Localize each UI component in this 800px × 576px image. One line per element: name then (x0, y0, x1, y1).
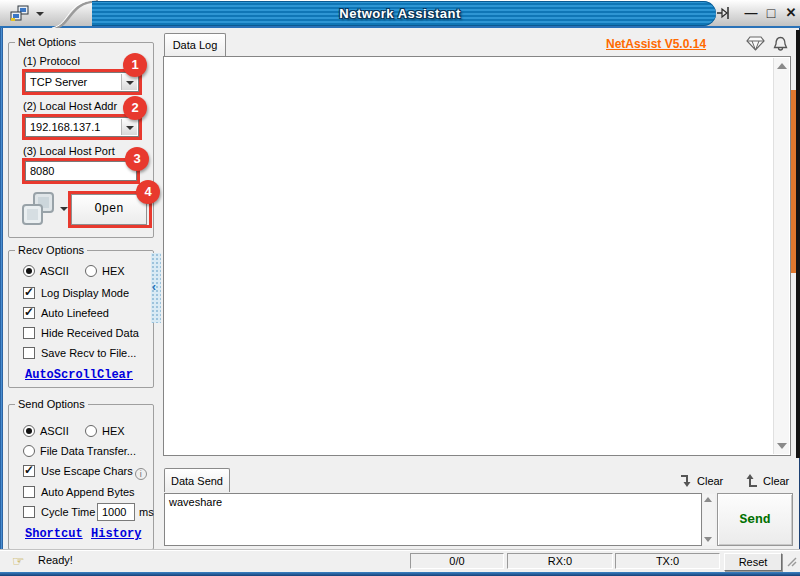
tab-data-send[interactable]: Data Send (164, 468, 230, 492)
status-rx: RX:0 (507, 553, 613, 569)
shortcut-link[interactable]: Shortcut (25, 527, 83, 541)
clear-recv-label: Clear (697, 475, 723, 487)
minimize-button[interactable]: — (742, 4, 760, 22)
local-host-port-input[interactable]: 8080 (25, 161, 137, 181)
clear-send-label: Clear (763, 475, 789, 487)
scroll-down-icon[interactable] (777, 443, 787, 449)
send-button[interactable]: Send (717, 493, 793, 546)
hide-received-data-checkbox[interactable] (23, 327, 35, 339)
protocol-value: TCP Server (30, 76, 87, 88)
window-bottom-border (0, 572, 800, 576)
recv-hex-radio[interactable] (85, 265, 97, 277)
scroll-up-icon[interactable] (777, 63, 787, 69)
history-link[interactable]: History (91, 527, 141, 541)
status-ready: Ready! (38, 554, 73, 566)
statusbar: ☞ Ready! 0/0 RX:0 TX:0 Reset (0, 549, 800, 572)
close-button[interactable]: ✕ (782, 4, 800, 22)
collapse-chevron-icon[interactable]: ‹ (152, 280, 156, 294)
version-link[interactable]: NetAssist V5.0.14 (606, 37, 706, 51)
clear-send-button[interactable]: Clear (744, 470, 789, 491)
local-host-addr-select[interactable]: 192.168.137.1 (25, 117, 139, 137)
hide-received-data-label: Hide Received Data (41, 327, 139, 339)
scroll-up-icon[interactable] (704, 497, 712, 502)
connect-toggle-icon[interactable] (19, 191, 57, 229)
resize-grip[interactable] (784, 554, 798, 570)
status-tx: TX:0 (615, 553, 720, 569)
file-data-transfer-radio[interactable] (23, 445, 35, 457)
recv-ascii-label: ASCII (40, 265, 69, 277)
cycle-time-input[interactable]: 1000 (97, 503, 135, 521)
send-options-group: Send Options ASCII HEX File Data Transfe… (8, 404, 154, 550)
diamond-icon[interactable] (746, 36, 765, 53)
clear-down-arrow-icon (678, 473, 693, 488)
file-data-transfer-label: File Data Transfer... (40, 445, 136, 457)
recv-hex-label: HEX (102, 265, 125, 277)
reset-button[interactable]: Reset (724, 553, 782, 571)
use-escape-chars-label: Use Escape Charsi (41, 465, 147, 480)
window-right-edge (796, 30, 800, 458)
maximize-button[interactable]: □ (762, 4, 780, 22)
clear-recv-button[interactable]: Clear (678, 470, 723, 491)
use-escape-chars-checkbox[interactable] (23, 465, 35, 477)
send-ascii-label: ASCII (40, 425, 69, 437)
autoscroll-link[interactable]: AutoScroll (25, 368, 97, 382)
auto-append-bytes-label: Auto Append Bytes (41, 486, 135, 498)
status-counter: 0/0 (410, 553, 504, 569)
chevron-down-icon[interactable] (121, 74, 137, 90)
auto-linefeed-checkbox[interactable] (23, 307, 35, 319)
ready-hand-icon: ☞ (12, 553, 25, 569)
tab-data-log[interactable]: Data Log (164, 33, 226, 56)
recv-options-title: Recv Options (15, 244, 87, 256)
chevron-down-icon[interactable] (121, 119, 137, 135)
save-recv-to-file-checkbox[interactable] (23, 347, 35, 359)
bell-icon[interactable] (772, 36, 789, 54)
pin-icon[interactable] (716, 5, 733, 23)
send-hex-radio[interactable] (85, 425, 97, 437)
local-host-addr-value: 192.168.137.1 (30, 121, 100, 133)
send-ascii-radio[interactable] (23, 425, 35, 437)
protocol-select[interactable]: TCP Server (25, 72, 139, 92)
log-display-mode-checkbox[interactable] (23, 287, 35, 299)
network-assistant-window: Network Assistant — □ ✕ Net Options (1) … (0, 0, 800, 576)
local-host-addr-label: (2) Local Host Addr (23, 100, 117, 112)
window-left-border (0, 28, 3, 576)
recv-options-group: Recv Options ASCII HEX Log Display Mode … (8, 250, 154, 388)
window-title: Network Assistant (0, 6, 800, 21)
auto-linefeed-label: Auto Linefeed (41, 307, 109, 319)
data-send-input[interactable]: waveshare (164, 493, 702, 546)
save-recv-to-file-label: Save Recv to File... (41, 347, 136, 359)
send-hex-label: HEX (102, 425, 125, 437)
scroll-down-icon[interactable] (704, 537, 712, 542)
recv-clear-link[interactable]: Clear (97, 368, 133, 382)
frame-scrollbar-thumb[interactable] (791, 90, 796, 273)
info-icon[interactable]: i (135, 468, 147, 480)
titlebar: Network Assistant — □ ✕ (0, 0, 800, 28)
local-host-port-label: (3) Local Host Port (23, 145, 115, 157)
net-options-title: Net Options (15, 36, 79, 48)
clear-up-arrow-icon (744, 473, 759, 488)
log-scrollbar[interactable] (773, 58, 789, 454)
connect-menu-caret-icon[interactable] (60, 207, 68, 211)
data-log-output[interactable] (163, 56, 791, 456)
open-button[interactable]: Open (71, 194, 147, 225)
send-options-title: Send Options (15, 398, 88, 410)
log-display-mode-label: Log Display Mode (41, 287, 129, 299)
protocol-label: (1) Protocol (23, 55, 80, 67)
recv-ascii-radio[interactable] (23, 265, 35, 277)
auto-append-bytes-checkbox[interactable] (23, 486, 35, 498)
cycle-time-checkbox[interactable] (23, 506, 35, 518)
panel-splitter[interactable]: ‹ (151, 253, 161, 323)
send-scrollbar[interactable] (703, 494, 715, 545)
net-options-group: Net Options (1) Protocol TCP Server (2) … (8, 42, 154, 238)
cycle-time-label: Cycle Time (41, 506, 95, 518)
cycle-time-unit: ms (139, 506, 154, 518)
